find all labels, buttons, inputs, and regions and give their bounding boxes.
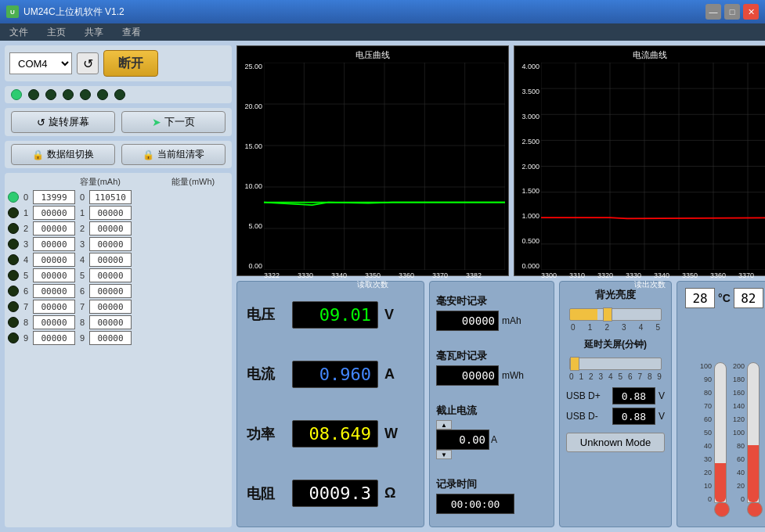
next-label: 下一页 xyxy=(164,115,195,129)
row-dot-3 xyxy=(8,239,19,250)
com-port-select[interactable]: COM4 xyxy=(9,52,72,74)
row-cap-9[interactable] xyxy=(33,331,75,345)
row-nrg-3[interactable] xyxy=(89,237,132,251)
status-dot-3 xyxy=(63,89,74,100)
stop-current-up[interactable]: ▲ xyxy=(436,420,452,430)
row-cap-6[interactable] xyxy=(33,284,75,298)
table-headers: 容量(mAh) 能量(mWh) xyxy=(8,176,229,188)
stop-current-down[interactable]: ▼ xyxy=(436,450,452,459)
right-content: 电压曲线 25.00 20.00 15.00 10.00 5.00 0.00 xyxy=(236,45,765,527)
row-nrg-5[interactable] xyxy=(89,268,132,282)
row-nrg-9[interactable] xyxy=(89,331,132,345)
row-cap-3[interactable] xyxy=(33,237,75,251)
temp-header: °C °F xyxy=(680,288,765,308)
menu-bar: 文件 主页 共享 查看 xyxy=(0,23,765,41)
row-cap-8[interactable] xyxy=(33,315,75,329)
row-nrg-0[interactable] xyxy=(89,190,132,204)
status-row xyxy=(5,86,232,103)
row-nrg-prefix-6: 6 xyxy=(77,286,88,296)
fahrenheit-bulb xyxy=(747,501,763,517)
resistance-unit: Ω xyxy=(384,485,395,501)
menu-view[interactable]: 查看 xyxy=(119,24,144,41)
row-cap-7[interactable] xyxy=(33,300,75,314)
resistance-value: 0009.3 xyxy=(292,480,378,507)
menu-share[interactable]: 共享 xyxy=(81,24,106,41)
row-nrg-6[interactable] xyxy=(89,284,132,298)
resistance-row: 电阻 0009.3 Ω xyxy=(247,480,414,507)
app-icon: U xyxy=(6,5,19,18)
arrow-icon: ➤ xyxy=(152,116,161,128)
power-row: 功率 08.649 W xyxy=(247,420,414,448)
clear-group-button[interactable]: 🔒 当前组清零 xyxy=(121,144,226,165)
row-nrg-7[interactable] xyxy=(89,300,132,314)
temperature-panel: °C °F 1009080706050403020100 xyxy=(677,281,765,527)
voltage-row: 电压 09.01 V xyxy=(247,301,414,329)
unknown-mode-button[interactable]: Unknown Mode xyxy=(566,433,665,452)
row-nrg-prefix-4: 4 xyxy=(77,255,88,264)
usb-dp-label: USB D+ xyxy=(566,390,609,401)
fahrenheit-fill xyxy=(748,445,759,502)
celsius-value xyxy=(685,288,715,308)
charts-row: 电压曲线 25.00 20.00 15.00 10.00 5.00 0.00 xyxy=(236,45,765,276)
row-dot-7 xyxy=(8,301,19,312)
main-content: COM4 ↺ 断开 ↺ 旋转屏幕 ➤ 下一页 xyxy=(0,41,765,532)
power-label: 功率 xyxy=(247,425,286,444)
row-cap-1[interactable] xyxy=(33,206,75,220)
switch-group-button[interactable]: 🔒 数据组切换 xyxy=(11,144,115,165)
minimize-button[interactable]: — xyxy=(705,4,721,20)
menu-file[interactable]: 文件 xyxy=(6,24,31,41)
fahrenheit-value xyxy=(734,288,763,308)
status-dot-0 xyxy=(11,89,22,100)
rotate-screen-button[interactable]: ↺ 旋转屏幕 xyxy=(11,111,115,133)
mah-unit: mAh xyxy=(502,315,521,326)
row-nrg-4[interactable] xyxy=(89,253,132,267)
table-row: 3 3 xyxy=(8,237,229,251)
data-table: 容量(mAh) 能量(mWh) 0 0 1 1 2 2 3 xyxy=(5,173,232,527)
mah-input[interactable] xyxy=(436,311,499,331)
usb-dp-input xyxy=(612,387,655,404)
row-nrg-8[interactable] xyxy=(89,315,132,329)
row-cap-5[interactable] xyxy=(33,268,75,282)
row-nrg-2[interactable] xyxy=(89,221,132,235)
data-rows-container: 0 0 1 1 2 2 3 3 4 4 xyxy=(8,190,229,345)
row-dot-4 xyxy=(8,254,19,265)
mah-section: 毫安时记录 mAh xyxy=(436,294,547,331)
voltage-unit: V xyxy=(384,307,394,323)
refresh-button[interactable]: ↺ xyxy=(77,52,99,74)
celsius-unit: °C xyxy=(718,292,731,304)
usb-dm-unit: V xyxy=(659,411,665,422)
nrg-header: 能量(mWh) xyxy=(170,176,217,188)
row-num-0: 0 xyxy=(20,192,31,202)
status-dot-1 xyxy=(28,89,39,100)
row-nrg-prefix-0: 0 xyxy=(77,192,88,202)
app-title: UM24C上位机软件 V1.2 xyxy=(23,5,124,19)
row-num-1: 1 xyxy=(20,208,31,217)
voltage-chart-x-label: 3322333033403350336033703382 读取次数 xyxy=(240,271,505,290)
table-row: 6 6 xyxy=(8,284,229,298)
row-nrg-prefix-2: 2 xyxy=(77,224,88,233)
row-dot-8 xyxy=(8,317,19,328)
connect-button[interactable]: 断开 xyxy=(103,50,158,77)
status-dot-5 xyxy=(97,89,108,100)
row-nrg-prefix-8: 8 xyxy=(77,318,88,327)
shutdown-slider[interactable] xyxy=(569,358,662,370)
close-button[interactable]: ✕ xyxy=(743,4,759,20)
row-cap-0[interactable] xyxy=(33,190,75,204)
backlight-slider[interactable] xyxy=(569,308,662,321)
power-value: 08.649 xyxy=(292,420,378,448)
stop-current-unit: A xyxy=(491,434,497,445)
recording-panel: 毫安时记录 mAh 毫瓦时记录 mWh 截止电流 xyxy=(429,281,554,527)
row-nrg-1[interactable] xyxy=(89,206,132,220)
thermometers: 1009080706050403020100 2001801601401201 xyxy=(680,311,765,520)
row-num-5: 5 xyxy=(20,271,31,280)
stop-current-input[interactable] xyxy=(436,430,489,450)
row-cap-2[interactable] xyxy=(33,221,75,235)
mwh-input[interactable] xyxy=(436,365,499,386)
current-row: 电流 0.960 A xyxy=(247,361,414,388)
row-cap-4[interactable] xyxy=(33,253,75,267)
maximize-button[interactable]: □ xyxy=(724,4,740,20)
next-page-button[interactable]: ➤ 下一页 xyxy=(121,111,226,133)
menu-home[interactable]: 主页 xyxy=(44,24,69,41)
usb-dp-unit: V xyxy=(659,390,665,401)
nrg-header-spacer xyxy=(141,176,152,188)
